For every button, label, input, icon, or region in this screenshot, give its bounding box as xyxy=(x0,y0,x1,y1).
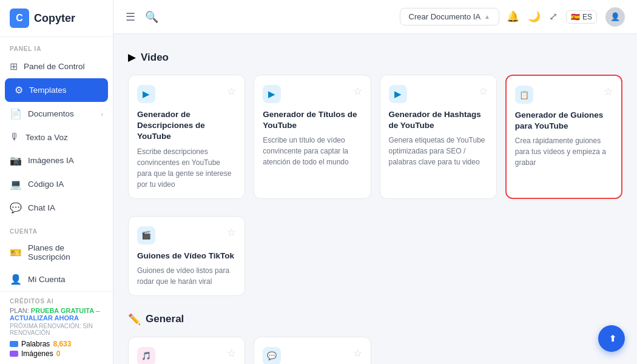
topbar: ☰ 🔍 Crear Documento IA ▲ 🔔 🌙 ⤢ 🇪🇸 ES 👤 xyxy=(113,0,637,34)
bell-icon[interactable]: 🔔 xyxy=(507,10,519,23)
plan-separator: – xyxy=(96,307,99,314)
sidebar-item-texto[interactable]: 🎙 Texto a Voz xyxy=(0,126,113,149)
card-desc: Escribe descripciones convincentes en Yo… xyxy=(137,146,236,190)
imagenes-credits-row: Imágenes 0 xyxy=(10,349,103,358)
card-title: Generador de Hashtags de YouTube xyxy=(389,109,488,131)
imagenes-credits-icon xyxy=(10,351,18,357)
sidebar-item-micuenta[interactable]: 👤 Mi Cuenta xyxy=(0,268,113,291)
card-video-icon: ▶ xyxy=(137,85,155,103)
sidebar-item-label: Mi Cuenta xyxy=(28,275,66,284)
card-guiones-tiktok[interactable]: 🎬 ☆ Guiones de Vídeo TikTok Guiones de v… xyxy=(128,216,245,296)
flag-icon: 🇪🇸 xyxy=(571,13,580,21)
card-video-icon: ▶ xyxy=(389,85,407,103)
general-section-title: General xyxy=(146,313,184,325)
sidebar-item-planes[interactable]: 🎫 Planes de Suscripción xyxy=(0,237,113,268)
star-icon[interactable]: ☆ xyxy=(353,85,362,98)
card-desc: Crea rápidamente guiones para tus vídeos… xyxy=(515,135,613,168)
plan-line: PLAN: PRUEBA GRATUITA – ACTUALIZAR AHORA xyxy=(10,307,103,322)
imagenes-label: Imágenes xyxy=(21,349,53,358)
credits-label: CRÉDITOS AI xyxy=(10,298,103,305)
sidebar-item-label: Templates xyxy=(29,86,67,95)
star-icon[interactable]: ☆ xyxy=(227,226,236,239)
card-film-icon: 🎬 xyxy=(137,226,155,244)
renewal-line: PRÓXIMA RENOVACIÓN: SIN RENOVACIÓN xyxy=(10,323,103,336)
account-section-label: CUENTA xyxy=(0,220,113,237)
code-icon: 💻 xyxy=(10,178,22,190)
card-title: Generador de Títulos de YouTube xyxy=(263,109,362,131)
scroll-top-button[interactable]: ⬆ xyxy=(598,325,625,352)
card-gen-titulos-yt[interactable]: ▶ ☆ Generador de Títulos de YouTube Escr… xyxy=(254,75,371,199)
language-selector[interactable]: 🇪🇸 ES xyxy=(566,10,597,24)
card-desc: Escribe un título de vídeo convincente p… xyxy=(263,135,362,167)
moon-icon[interactable]: 🌙 xyxy=(528,10,541,23)
scroll-up-icon: ⬆ xyxy=(609,334,615,343)
star-icon[interactable]: ☆ xyxy=(479,85,488,98)
sidebar-item-documentos[interactable]: 📄 Documentos › xyxy=(0,102,113,126)
video-section-title: Video xyxy=(141,52,169,64)
grid-icon: ⊞ xyxy=(10,61,18,72)
sidebar-item-label: Panel de Control xyxy=(24,62,85,71)
sidebar-logo: C Copyter xyxy=(0,0,113,37)
sidebar-item-templates[interactable]: ⚙ Templates xyxy=(5,78,108,102)
card-top: 📋 ☆ xyxy=(515,86,613,104)
card-video-icon: ▶ xyxy=(263,85,281,103)
general-cards-grid: 🎵 ☆ Letras de Canciones Generar una letr… xyxy=(128,337,622,364)
card-top: ▶ ☆ xyxy=(137,85,236,103)
card-top: 💬 ☆ xyxy=(263,347,362,364)
star-icon[interactable]: ☆ xyxy=(353,347,362,360)
camera-icon: 📷 xyxy=(10,155,22,166)
sidebar-item-label: Código IA xyxy=(28,180,64,189)
mic-icon: 🎙 xyxy=(10,132,19,143)
logo-text: Copyter xyxy=(34,12,75,25)
card-gen-hashtags-yt[interactable]: ▶ ☆ Generador de Hashtags de YouTube Gen… xyxy=(380,75,497,199)
sidebar-item-imagenes[interactable]: 📷 Imágenes IA xyxy=(0,149,113,172)
plan-free-link[interactable]: PRUEBA GRATUITA xyxy=(31,307,94,314)
card-letras-canciones[interactable]: 🎵 ☆ Letras de Canciones Generar una letr… xyxy=(128,337,245,364)
palabras-credits-row: Palabras 8,633 xyxy=(10,340,103,348)
plan-upgrade-link[interactable]: ACTUALIZAR AHORA xyxy=(10,314,79,322)
sidebar-item-label: Planes de Suscripción xyxy=(28,243,103,261)
sidebar: C Copyter PANEL IA ⊞ Panel de Control ⚙ … xyxy=(0,0,113,364)
card-notificaciones-app[interactable]: 💬 ☆ Notificaciones por App y SMS Mensaje… xyxy=(254,337,371,364)
star-icon[interactable]: ☆ xyxy=(604,86,613,98)
user-icon: 👤 xyxy=(10,274,22,285)
video-section-icon: ▶ xyxy=(128,51,136,64)
card-gen-desc-yt[interactable]: ▶ ☆ Generador de Descripciones de YouTub… xyxy=(128,75,245,199)
content-area: ▶ Video ▶ ☆ Generador de Descripciones d… xyxy=(113,34,637,364)
card-gen-guiones-yt[interactable]: 📋 ☆ Generador de Guiones para YouTube Cr… xyxy=(505,75,622,199)
star-icon[interactable]: ☆ xyxy=(227,85,236,98)
card-music-icon: 🎵 xyxy=(137,347,155,364)
card-top: ▶ ☆ xyxy=(389,85,488,103)
language-label: ES xyxy=(582,13,592,21)
card-desc: Guiones de vídeo listos para rodar que l… xyxy=(137,265,236,287)
sidebar-item-codigo[interactable]: 💻 Código IA xyxy=(0,172,113,196)
card-top: 🎬 ☆ xyxy=(137,226,236,244)
card-title: Generador de Guiones para YouTube xyxy=(515,110,613,132)
general-section-icon: ✏️ xyxy=(128,313,141,326)
search-icon[interactable]: 🔍 xyxy=(145,10,158,24)
chevron-right-icon: › xyxy=(101,110,103,118)
menu-icon[interactable]: ☰ xyxy=(126,10,135,24)
expand-icon[interactable]: ⤢ xyxy=(549,10,558,23)
plan-label: PLAN: xyxy=(10,307,29,314)
sidebar-item-chat[interactable]: 💬 Chat IA xyxy=(0,196,113,220)
imagenes-count: 0 xyxy=(56,349,61,358)
general-section-header: ✏️ General xyxy=(128,313,622,326)
video-cards-grid: ▶ ☆ Generador de Descripciones de YouTub… xyxy=(128,75,622,199)
templates-icon: ⚙ xyxy=(15,84,23,96)
chevron-up-icon: ▲ xyxy=(484,13,490,20)
video-cards-grid-row2: 🎬 ☆ Guiones de Vídeo TikTok Guiones de v… xyxy=(128,216,622,296)
card-list-icon: 📋 xyxy=(515,86,533,104)
star-icon[interactable]: ☆ xyxy=(227,347,236,360)
avatar[interactable]: 👤 xyxy=(605,7,625,27)
panel-section-label: PANEL IA xyxy=(0,37,113,55)
palabras-count: 8,633 xyxy=(53,340,71,348)
card-title: Guiones de Vídeo TikTok xyxy=(137,251,236,261)
logo-icon: C xyxy=(10,8,29,28)
card-title: Generador de Descripciones de YouTube xyxy=(137,109,236,143)
sidebar-item-panel[interactable]: ⊞ Panel de Control xyxy=(0,55,113,78)
palabras-icon xyxy=(10,341,18,347)
sidebar-item-label: Chat IA xyxy=(28,203,55,212)
create-document-button[interactable]: Crear Documento IA ▲ xyxy=(400,8,499,25)
chat-icon: 💬 xyxy=(10,202,22,214)
